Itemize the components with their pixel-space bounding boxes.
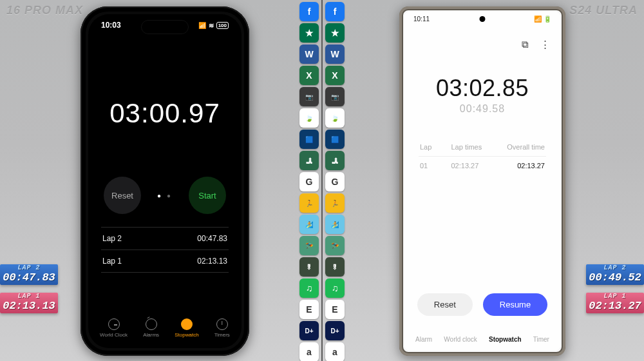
tab-stopwatch[interactable]: Stopwatch — [175, 318, 198, 338]
game3-icon: 🪂 — [299, 236, 319, 255]
lap-time: 00:47.83 — [197, 234, 227, 243]
overlay-left-lap2: LAP 200:47.83 — [0, 264, 58, 285]
alarm-icon — [146, 318, 157, 330]
android-status-bar: 10:11 📶 🔋 — [404, 15, 560, 23]
disney-plus-icon: D+ — [325, 321, 345, 340]
ios-status-bar: 10:03 📶 ≋ 100 — [88, 21, 242, 30]
ios-tabbar: World Clock Alarms Stopwatch Timers — [88, 316, 242, 344]
spotify-icon: ♫ — [325, 278, 345, 298]
amazon-icon: a — [325, 342, 345, 361]
spotify-icon: ♫ — [299, 278, 319, 298]
snapseed-icon: 🍃 — [325, 108, 345, 128]
facebook-icon: f — [325, 2, 345, 21]
col-lap: Lap — [420, 143, 451, 151]
word-icon: W — [299, 44, 319, 64]
app-icons-right-column: f★WX📷🍃🟦🏞G🏃🏄🪂🎖♫ED+a — [325, 2, 345, 361]
left-device-title: 16 PRO MAX — [6, 4, 83, 17]
right-device-title: S24 ULTRA — [569, 4, 638, 17]
google-icon: G — [299, 172, 319, 191]
tab-stopwatch[interactable]: Stopwatch — [489, 336, 522, 343]
excel-icon: X — [325, 66, 345, 85]
tab-world-clock[interactable]: World clock — [444, 336, 477, 343]
camera-icon: 📷 — [325, 87, 345, 106]
android-status-icons: 📶 🔋 — [534, 15, 551, 23]
starbucks-icon: ★ — [325, 23, 345, 43]
samsung-screen: 10:11 📶 🔋 ⧉ ⋮ 03:02.85 00:49.58 Lap Lap … — [404, 12, 560, 351]
ios-stopwatch-time: 03:00.97 — [88, 98, 242, 129]
app-icons-left-column: f★WX📷🍃🟦🏞G🏃🏄🪂🎖♫ED+a — [299, 2, 319, 361]
game2-icon: 🏄 — [325, 215, 345, 234]
tab-world-clock[interactable]: World Clock — [100, 318, 128, 338]
iphone-screen: 10:03 📶 ≋ 100 03:00.97 Reset ● ● Start L… — [88, 14, 242, 348]
overlay-right-lap2: LAP 200:49.52 — [586, 264, 644, 285]
table-row: 01 02:13.27 02:13.27 — [419, 157, 546, 175]
google-icon: G — [325, 172, 345, 191]
android-stopwatch-time: 03:02.85 — [404, 75, 560, 102]
page-dots[interactable]: ● ● — [157, 192, 173, 199]
overlay-left-lap1: LAP 102:13.13 — [0, 293, 58, 313]
android-lap-table: Lap Lap times Overall time 01 02:13.27 0… — [419, 138, 546, 175]
tab-alarm[interactable]: Alarm — [415, 336, 432, 343]
lap-row: Lap 2 00:47.83 — [101, 227, 229, 249]
lap-time: 02:13.13 — [197, 257, 227, 266]
stopwatch-icon — [181, 318, 193, 330]
reset-button[interactable]: Reset — [104, 177, 141, 214]
lap-label: Lap 1 — [102, 257, 122, 266]
facebook-icon: f — [299, 2, 319, 21]
more-icon[interactable]: ⋮ — [540, 39, 550, 50]
signal-icon: 📶 — [198, 22, 206, 29]
globe-icon — [108, 318, 120, 330]
samsung-frame: 10:11 📶 🔋 ⧉ ⋮ 03:02.85 00:49.58 Lap Lap … — [399, 6, 565, 356]
tab-timers[interactable]: Timers — [214, 318, 230, 338]
espn-icon: E — [299, 300, 319, 319]
excel-icon: X — [299, 66, 319, 85]
app-blue-icon: 🟦 — [299, 130, 319, 149]
battery-indicator: 100 — [216, 22, 229, 29]
col-laptimes: Lap times — [451, 143, 502, 151]
timer-icon — [216, 318, 228, 330]
ios-status-time: 10:03 — [101, 21, 121, 30]
cod-icon: 🎖 — [299, 257, 319, 277]
android-reset-button[interactable]: Reset — [417, 293, 473, 316]
pip-icon[interactable]: ⧉ — [522, 39, 529, 50]
ios-lap-list: Lap 2 00:47.83 Lap 1 02:13.13 — [101, 227, 229, 273]
game2-icon: 🏄 — [299, 215, 319, 234]
android-resume-button[interactable]: Resume — [483, 293, 547, 316]
camera-icon: 📷 — [299, 87, 319, 106]
col-overall: Overall time — [501, 143, 545, 151]
start-button[interactable]: Start — [189, 177, 226, 214]
subway-surfers-icon: 🏃 — [325, 193, 345, 213]
snapseed-icon: 🍃 — [299, 108, 319, 128]
android-tabbar: Alarm World clock Stopwatch Timer — [404, 336, 560, 343]
center-divider — [321, 0, 323, 361]
android-lap-subtime: 00:49.58 — [404, 103, 560, 115]
overlay-right-lap1: LAP 102:13.27 — [586, 293, 644, 313]
iphone-frame: 10:03 📶 ≋ 100 03:00.97 Reset ● ● Start L… — [80, 6, 249, 356]
app-blue-icon: 🟦 — [325, 130, 345, 149]
wifi-icon: ≋ — [209, 22, 214, 29]
cod-icon: 🎖 — [325, 257, 345, 277]
starbucks-icon: ★ — [299, 23, 319, 43]
landscape-icon: 🏞 — [325, 151, 345, 170]
landscape-icon: 🏞 — [299, 151, 319, 170]
tab-alarms[interactable]: Alarms — [143, 318, 159, 338]
lap-label: Lap 2 — [102, 234, 122, 243]
amazon-icon: a — [299, 342, 319, 361]
espn-icon: E — [325, 300, 345, 319]
game3-icon: 🪂 — [325, 236, 345, 255]
disney-plus-icon: D+ — [299, 321, 319, 340]
word-icon: W — [325, 44, 345, 64]
lap-row: Lap 1 02:13.13 — [101, 249, 229, 272]
android-status-time: 10:11 — [413, 15, 430, 23]
subway-surfers-icon: 🏃 — [299, 193, 319, 213]
tab-timer[interactable]: Timer — [533, 336, 549, 343]
